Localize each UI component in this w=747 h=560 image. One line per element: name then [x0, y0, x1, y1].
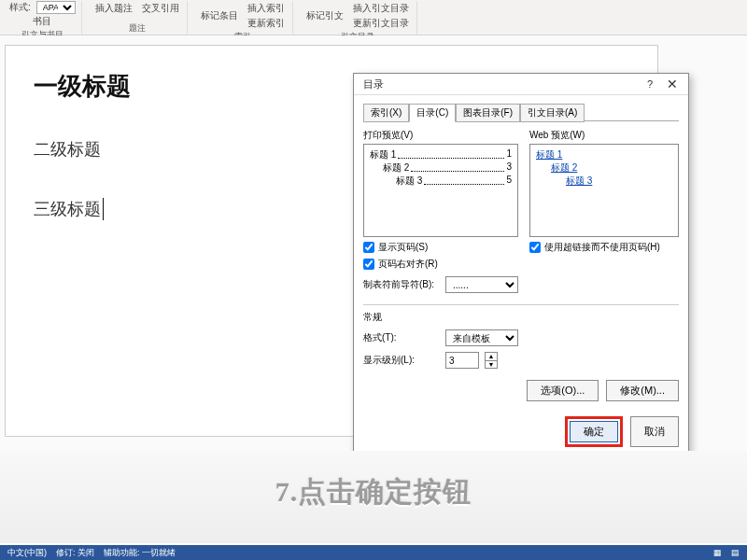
levels-spinner[interactable]: ▲ ▼ [485, 352, 498, 369]
bibliography-btn[interactable]: 书目 [31, 14, 53, 29]
ribbon-group-label: 题注 [129, 22, 146, 35]
dialog-tabstrip: 索引(X) 目录(C) 图表目录(F) 引文目录(A) [363, 103, 679, 121]
ok-button-highlight: 确定 [565, 416, 623, 447]
ribbon-group-index: 标记条目 插入索引 更新索引 索引 [193, 1, 293, 35]
right-align-label: 页码右对齐(R) [378, 258, 438, 271]
view-mode-icon[interactable]: ▦ [713, 548, 722, 557]
style-select[interactable]: APA [36, 1, 76, 14]
mark-citation-btn[interactable]: 标记引文 [304, 8, 345, 23]
dialog-title: 目录 [363, 77, 384, 91]
chevron-up-icon[interactable]: ▲ [486, 353, 497, 361]
format-label: 格式(T): [363, 331, 440, 344]
ribbon-group-toa: 标记引文 插入引文目录 更新引文目录 引文目录 [299, 1, 417, 35]
insert-index-btn[interactable]: 插入索引 [246, 1, 287, 16]
show-pagenum-label: 显示页码(S) [378, 241, 428, 254]
modify-button[interactable]: 修改(M)... [606, 380, 679, 401]
tab-citations[interactable]: 引文目录(A) [520, 104, 585, 122]
update-index-btn[interactable]: 更新索引 [246, 16, 287, 31]
tab-index[interactable]: 索引(X) [363, 104, 409, 122]
levels-label: 显示级别(L): [363, 354, 440, 367]
cancel-button[interactable]: 取消 [630, 416, 679, 447]
tutorial-caption: 7.点击确定按钮 [0, 451, 747, 543]
cross-ref-btn[interactable]: 交叉引用 [140, 1, 181, 16]
status-lang[interactable]: 中文(中国) [7, 547, 47, 559]
ribbon-group-captions: 插入题注 交叉引用 题注 [88, 1, 188, 35]
show-pagenum-checkbox[interactable] [363, 242, 374, 253]
print-preview-box: 标题 11标题 23标题 35 [363, 144, 518, 237]
insert-toa-btn[interactable]: 插入引文目录 [351, 1, 411, 16]
mark-entry-btn[interactable]: 标记条目 [199, 8, 240, 23]
help-button[interactable]: ? [647, 78, 653, 90]
status-track[interactable]: 修订: 关闭 [56, 547, 94, 559]
dialog-titlebar: 目录 ? ✕ [354, 74, 688, 95]
web-preview-link[interactable]: 标题 3 [536, 175, 672, 188]
right-align-checkbox[interactable] [363, 259, 374, 270]
tab-figures[interactable]: 图表目录(F) [456, 104, 520, 122]
style-label: 样式: [9, 1, 31, 14]
print-preview-label: 打印预览(V) [363, 129, 518, 142]
tab-leader-select[interactable]: ...... [445, 276, 518, 293]
update-toa-btn[interactable]: 更新引文目录 [351, 16, 411, 31]
options-button[interactable]: 选项(O)... [527, 380, 599, 401]
web-preview-box: 标题 1标题 2标题 3 [529, 144, 679, 237]
general-label: 常规 [363, 311, 679, 324]
ribbon: 样式: APA 书目 引文与书目 插入题注 交叉引用 题注 标记条目 插入索引 … [0, 0, 747, 35]
web-preview-link[interactable]: 标题 1 [536, 148, 672, 161]
close-icon[interactable]: ✕ [664, 77, 681, 91]
use-hyperlinks-checkbox[interactable] [529, 242, 541, 253]
toc-preview-line: 标题 23 [370, 161, 512, 175]
web-preview-link[interactable]: 标题 2 [536, 161, 672, 175]
insert-caption-btn[interactable]: 插入题注 [93, 1, 134, 16]
ok-button[interactable]: 确定 [570, 421, 618, 442]
toc-preview-line: 标题 35 [370, 175, 512, 188]
ribbon-group-citations: 样式: APA 书目 引文与书目 [4, 1, 82, 35]
tab-leader-label: 制表符前导符(B): [363, 278, 440, 291]
tab-toc[interactable]: 目录(C) [409, 104, 456, 122]
view-mode-icon[interactable]: ▤ [731, 548, 740, 557]
use-hyperlinks-label: 使用超链接而不使用页码(H) [544, 241, 660, 254]
toc-dialog: 目录 ? ✕ 索引(X) 目录(C) 图表目录(F) 引文目录(A) 打印预览(… [353, 73, 689, 455]
toc-preview-line: 标题 11 [370, 148, 512, 161]
format-select[interactable]: 来自模板 [445, 329, 518, 346]
web-preview-label: Web 预览(W) [529, 129, 679, 142]
chevron-down-icon[interactable]: ▼ [486, 361, 497, 369]
status-accessibility[interactable]: 辅助功能: 一切就绪 [104, 547, 176, 559]
levels-input[interactable] [445, 352, 479, 369]
heading-3: 三级标题 [34, 198, 104, 220]
statusbar: 中文(中国) 修订: 关闭 辅助功能: 一切就绪 ▦ ▤ [0, 545, 747, 560]
